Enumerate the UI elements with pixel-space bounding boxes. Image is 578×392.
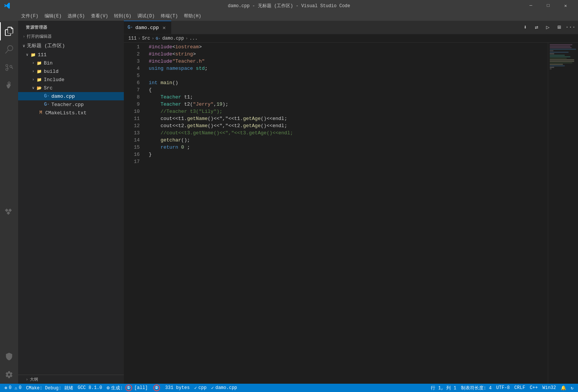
menu-file[interactable]: 文件(F)	[18, 12, 42, 20]
breadcrumb-111[interactable]: 111	[128, 36, 137, 41]
status-encoding[interactable]: UTF-8	[494, 384, 512, 392]
source-control-activity-icon[interactable]	[0, 58, 18, 77]
breadcrumb-sep-3: ›	[185, 36, 188, 41]
arrow-icon: ›	[30, 60, 36, 66]
warning-count: 0	[19, 385, 22, 390]
cmake-status: CMake: Debug: 就绪	[26, 385, 73, 391]
open-in-editor-icon[interactable]: ⬇	[520, 22, 530, 33]
tree-item-111[interactable]: ∨ 📁 111	[18, 51, 124, 59]
extensions-activity-icon[interactable]	[0, 203, 18, 221]
status-build[interactable]: ⚙ 生成: ① [all]	[105, 384, 150, 392]
tree-item-include[interactable]: › 📁 Include	[18, 75, 124, 84]
folder-icon: 📁	[36, 60, 42, 66]
settings-gear-icon: ⚙	[107, 385, 110, 391]
debug-activity-icon[interactable]	[0, 77, 18, 95]
arrow-spacer	[38, 101, 44, 108]
encoding: UTF-8	[496, 385, 510, 390]
title-bar-left	[4, 2, 14, 9]
status-filename-indicator[interactable]: ✓ damo.cpp	[209, 384, 239, 392]
error-icon: ⊗	[5, 385, 7, 391]
search-activity-icon[interactable]	[0, 40, 18, 58]
tree-item-bin[interactable]: › 📁 Bin	[18, 59, 124, 67]
remote-icon[interactable]	[0, 347, 18, 366]
checkmark-icon: ✓	[194, 385, 197, 391]
tab-size: 制表符长度: 4	[461, 385, 492, 391]
workspace-section[interactable]: ∨ 无标题 (工作区)	[18, 41, 124, 51]
open-editors-section[interactable]: › 打开的编辑器	[18, 32, 124, 41]
minimap	[548, 43, 578, 384]
window-title: damo.cpp - 无标题 (工作区) - Visual Studio Cod…	[228, 3, 350, 9]
menu-terminal[interactable]: 终端(T)	[158, 12, 181, 20]
menu-edit[interactable]: 编辑(E)	[42, 12, 65, 20]
status-sync-icon[interactable]: ↻	[569, 384, 576, 392]
status-line-ending[interactable]: CRLF	[512, 384, 527, 392]
menu-select[interactable]: 选择(S)	[65, 12, 88, 20]
sidebar: 资源管理器 › 打开的编辑器 ∨ 无标题 (工作区) ∨ 📁 111 › 📁 B…	[18, 21, 124, 384]
tree-item-teacher-cpp[interactable]: G· Teacher.cpp	[18, 100, 124, 109]
tab-damo-cpp[interactable]: G· damo.cpp ✕	[124, 21, 171, 34]
status-cursor[interactable]: 行 1, 列 1	[428, 384, 458, 392]
cmake-file-icon: M	[38, 110, 44, 116]
cpp-file-icon: G·	[44, 93, 50, 99]
lang-indicator: cpp	[199, 385, 207, 390]
language: C++	[530, 385, 538, 390]
tab-close-button[interactable]: ✕	[161, 25, 167, 31]
settings-activity-icon[interactable]	[0, 366, 18, 384]
menu-debug[interactable]: 调试(D)	[134, 12, 158, 20]
folder-icon: 📁	[36, 68, 42, 74]
workspace-label: 无标题 (工作区)	[27, 42, 65, 49]
split-editor-icon[interactable]: ⇄	[531, 22, 542, 33]
status-lang-indicator[interactable]: ✓ cpp	[192, 384, 209, 392]
line-numbers: 1 2 3 4 5 6 7 8 9 10 11 12 13 14 15 16 1…	[124, 43, 143, 384]
status-cmake[interactable]: CMake: Debug: 就绪	[24, 384, 76, 392]
tree-item-cmakelists[interactable]: M CMakeLists.txt	[18, 109, 124, 117]
breadcrumb-src[interactable]: Src	[142, 36, 150, 41]
breadcrumb-file-icon: G·	[156, 36, 160, 41]
tree-item-src[interactable]: ∨ 📂 Src	[18, 84, 124, 92]
status-gcc[interactable]: GCC 8.1.0	[76, 384, 105, 392]
menu-items-bar: 文件(F) 编辑(E) 选择(S) 查看(V) 转到(G) 调试(D) 终端(T…	[0, 11, 578, 21]
warning-icon: ⚠	[14, 385, 17, 391]
breadcrumb-sep-2: ›	[152, 36, 154, 41]
folder-open-icon: 📂	[36, 85, 42, 91]
breadcrumb-filename[interactable]: damo.cpp	[162, 36, 184, 41]
minimap-content	[548, 43, 578, 71]
close-button[interactable]: ✕	[557, 0, 574, 11]
cursor-position: 行 1, 列 1	[431, 385, 456, 391]
status-badge-1: ①	[125, 384, 132, 391]
status-tabsize[interactable]: 制表符长度: 4	[459, 384, 494, 392]
arrow-spacer	[38, 93, 44, 99]
outline-section[interactable]: › 大纲	[18, 375, 124, 384]
notifications-icon: 🔔	[561, 385, 566, 391]
menu-view[interactable]: 查看(V)	[88, 12, 111, 20]
status-language[interactable]: C++	[527, 384, 540, 392]
menu-goto[interactable]: 转到(G)	[111, 12, 134, 20]
editor-layout-icon[interactable]: ⊞	[554, 22, 564, 33]
main-layout: 资源管理器 › 打开的编辑器 ∨ 无标题 (工作区) ∨ 📁 111 › 📁 B…	[0, 21, 578, 384]
status-badge-2: ②	[153, 384, 160, 391]
tree-item-build[interactable]: › 📁 build	[18, 67, 124, 75]
more-actions-icon[interactable]: ···	[565, 22, 576, 33]
status-bar: ⊗ 0 ⚠ 0 CMake: Debug: 就绪 GCC 8.1.0 ⚙ 生成:…	[0, 384, 578, 392]
sync-icon: ↻	[571, 385, 573, 391]
platform: Win32	[543, 385, 556, 390]
menu-help[interactable]: 帮助(H)	[181, 12, 204, 20]
open-editors-label: 打开的编辑器	[27, 34, 52, 39]
maximize-button[interactable]: □	[539, 0, 557, 11]
right-toolbar: ⬇ ⇄ ▷ ⊞ ···	[518, 21, 578, 34]
status-cog2[interactable]: ②	[150, 384, 163, 392]
run-icon[interactable]: ▷	[543, 22, 553, 33]
explorer-activity-icon[interactable]	[0, 22, 18, 40]
status-errors[interactable]: ⊗ 0 ⚠ 0	[2, 384, 24, 392]
breadcrumb-more[interactable]: ...	[190, 36, 198, 41]
code-content[interactable]: #include<iostream> #include<string> #inc…	[143, 43, 548, 384]
tab-filename: damo.cpp	[135, 25, 159, 31]
filename-indicator: damo.cpp	[215, 385, 237, 390]
build-label: 生成:	[111, 385, 123, 391]
status-notifications-icon[interactable]: 🔔	[558, 384, 569, 392]
status-platform[interactable]: Win32	[540, 384, 558, 392]
status-filesize[interactable]: 331 bytes	[163, 384, 192, 392]
minimize-button[interactable]: —	[522, 0, 539, 11]
arrow-icon: ›	[30, 68, 36, 74]
tree-item-damo-cpp[interactable]: G· damo.cpp	[18, 92, 124, 100]
